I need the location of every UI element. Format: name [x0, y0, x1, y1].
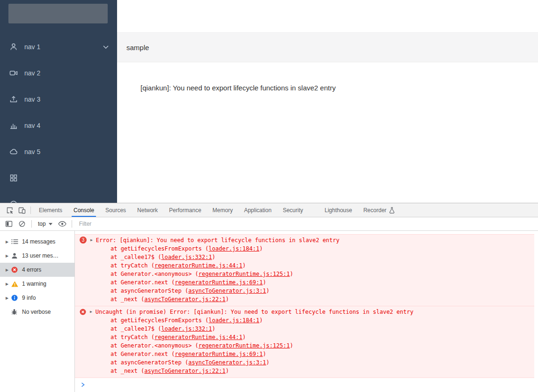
- source-location-link[interactable]: loader.js:184:1: [209, 317, 259, 324]
- error-text: Error: [qiankun]: You need to export lif…: [96, 236, 339, 244]
- tab-console[interactable]: Console: [68, 203, 100, 217]
- sidebar-nav: nav 1 nav 2 nav 3 nav 4 nav 5: [0, 34, 117, 203]
- stack-frame: at Generator.<anonymous> (regeneratorRun…: [80, 341, 532, 350]
- source-location-link[interactable]: regeneratorRuntime.js:69:1: [175, 279, 263, 286]
- console-sidebar-item-warnings[interactable]: ▶ 1 warning: [0, 277, 74, 291]
- devtools-panel: Elements Console Sources Network Perform…: [0, 203, 538, 392]
- expand-triangle-icon[interactable]: ▶: [6, 282, 11, 286]
- console-sidebar-item-user-messages[interactable]: ▶ 13 user mes…: [0, 249, 74, 263]
- sidebar-item-label: nav 2: [24, 69, 40, 77]
- sidebar-item-nav-2[interactable]: nav 2: [0, 60, 117, 86]
- toggle-device-toolbar-button[interactable]: [16, 204, 28, 216]
- console-sidebar-item-errors[interactable]: ▶ 4 errors: [0, 263, 74, 277]
- toggle-console-sidebar-button[interactable]: [3, 218, 15, 230]
- source-location-link[interactable]: loader.js:184:1: [209, 245, 259, 252]
- video-camera-icon: [9, 69, 18, 77]
- sidebar-item-label: nav 4: [24, 122, 40, 129]
- inspect-element-button[interactable]: [4, 204, 16, 216]
- user-icon: [9, 43, 18, 51]
- context-selector-value: top: [38, 221, 46, 227]
- stack-frame: at _next (asyncToGenerator.js:22:1): [80, 295, 532, 303]
- sidebar-item-nav-6[interactable]: [0, 165, 117, 191]
- page-content: [qiankun]: You need to export lifecycle …: [117, 62, 538, 203]
- tab-memory[interactable]: Memory: [207, 203, 238, 217]
- error-count-badge: 3: [80, 237, 87, 244]
- app-navbar: [117, 0, 538, 33]
- stack-frame: at Generator.<anonymous> (regeneratorRun…: [80, 270, 532, 278]
- console-error-message: 3 ▶ Error: [qiankun]: You need to export…: [75, 234, 534, 306]
- tab-sources[interactable]: Sources: [100, 203, 132, 217]
- expand-triangle-icon[interactable]: ▶: [6, 268, 11, 272]
- stack-frame: at getLifecyclesFromExports (loader.js:1…: [80, 316, 532, 325]
- list-icon: [11, 238, 18, 245]
- info-icon: [11, 295, 18, 301]
- web-app: nav 1 nav 2 nav 3 nav 4 nav 5: [0, 0, 538, 203]
- logo-placeholder: [8, 4, 108, 23]
- console-sidebar-item-info[interactable]: ▶ 9 info: [0, 291, 74, 305]
- expand-triangle-icon[interactable]: ▶: [6, 296, 11, 300]
- tab-elements[interactable]: Elements: [33, 203, 68, 217]
- app-main: sample [qiankun]: You need to export lif…: [117, 0, 538, 203]
- source-location-link[interactable]: loader.js:332:1: [161, 325, 212, 332]
- stack-frame: at _callee17$ (loader.js:332:1): [80, 253, 532, 261]
- console-sidebar-item-verbose[interactable]: ▶ No verbose: [0, 305, 74, 319]
- create-live-expression-button[interactable]: [56, 218, 68, 230]
- separator: [72, 220, 72, 228]
- verbose-icon: [11, 309, 17, 315]
- source-location-link[interactable]: regeneratorRuntime.js:44:1: [155, 334, 243, 340]
- sidebar-item-nav-4[interactable]: nav 4: [0, 112, 117, 139]
- source-location-link[interactable]: asyncToGenerator.js:3:1: [188, 288, 266, 294]
- console-prompt[interactable]: [75, 378, 534, 387]
- expand-triangle-icon[interactable]: ▶: [6, 240, 11, 244]
- source-location-link[interactable]: asyncToGenerator.js:22:1: [144, 296, 225, 303]
- prompt-chevron-icon: [81, 382, 85, 387]
- clear-console-button[interactable]: [16, 218, 28, 230]
- tab-recorder[interactable]: Recorder: [358, 203, 400, 217]
- console-toolbar: top: [0, 217, 538, 231]
- console-sidebar: ▶ 14 messages ▶ 13 user mes… ▶ 4 errors …: [0, 231, 75, 392]
- console-sidebar-item-label: 13 user mes…: [22, 252, 59, 259]
- sidebar-panel-icon: [5, 220, 13, 228]
- sidebar-item-nav-1[interactable]: nav 1: [0, 34, 117, 60]
- stack-frame: at tryCatch (regeneratorRuntime.js:44:1): [80, 333, 532, 341]
- stack-trace: at getLifecyclesFromExports (loader.js:1…: [80, 316, 532, 375]
- error-head: 3 ▶ Error: [qiankun]: You need to export…: [80, 236, 532, 244]
- sidebar-item-partial[interactable]: [0, 191, 117, 203]
- tab-lighthouse[interactable]: Lighthouse: [319, 203, 358, 217]
- source-location-link[interactable]: regeneratorRuntime.js:69:1: [175, 351, 263, 357]
- app-sidebar: nav 1 nav 2 nav 3 nav 4 nav 5: [0, 0, 117, 203]
- source-location-link[interactable]: regeneratorRuntime.js:125:1: [199, 342, 290, 349]
- expand-triangle-icon[interactable]: ▶: [6, 254, 11, 258]
- inspect-cursor-icon: [6, 207, 14, 214]
- filter-input[interactable]: [79, 221, 210, 227]
- content-message: [qiankun]: You need to export lifecycle …: [140, 84, 538, 92]
- sidebar-item-nav-5[interactable]: nav 5: [0, 139, 117, 165]
- stack-frame: at Generator.next (regeneratorRuntime.js…: [80, 278, 532, 287]
- expand-triangle-icon[interactable]: ▶: [90, 308, 92, 316]
- source-location-link[interactable]: regeneratorRuntime.js:44:1: [155, 262, 243, 269]
- error-icon: [11, 266, 18, 273]
- console-sidebar-item-label: 4 errors: [22, 266, 41, 273]
- tab-sample[interactable]: sample: [126, 44, 149, 52]
- tab-performance[interactable]: Performance: [163, 203, 207, 217]
- person-icon: [11, 252, 18, 259]
- separator: [31, 220, 32, 228]
- stack-frame: at Generator.next (regeneratorRuntime.js…: [80, 350, 532, 358]
- sidebar-item-label: nav 3: [24, 96, 40, 103]
- source-location-link[interactable]: asyncToGenerator.js:22:1: [144, 368, 225, 374]
- stack-frame: at getLifecyclesFromExports (loader.js:1…: [80, 244, 532, 253]
- source-location-link[interactable]: loader.js:332:1: [161, 254, 212, 260]
- console-error-message: ▶ Uncaught (in promise) Error: [qiankun]…: [75, 306, 534, 378]
- source-location-link[interactable]: regeneratorRuntime.js:125:1: [199, 271, 290, 277]
- sidebar-item-nav-3[interactable]: nav 3: [0, 86, 117, 112]
- tab-network[interactable]: Network: [132, 203, 163, 217]
- console-sidebar-item-messages[interactable]: ▶ 14 messages: [0, 235, 74, 249]
- source-location-link[interactable]: asyncToGenerator.js:3:1: [188, 359, 266, 366]
- javascript-context-selector[interactable]: top: [34, 221, 56, 227]
- stack-trace: at getLifecyclesFromExports (loader.js:1…: [80, 244, 532, 303]
- chevron-down-icon: [103, 45, 109, 49]
- tab-application[interactable]: Application: [238, 203, 277, 217]
- tab-security[interactable]: Security: [277, 203, 309, 217]
- stack-frame: at _callee17$ (loader.js:332:1): [80, 325, 532, 333]
- expand-triangle-icon[interactable]: ▶: [90, 236, 93, 244]
